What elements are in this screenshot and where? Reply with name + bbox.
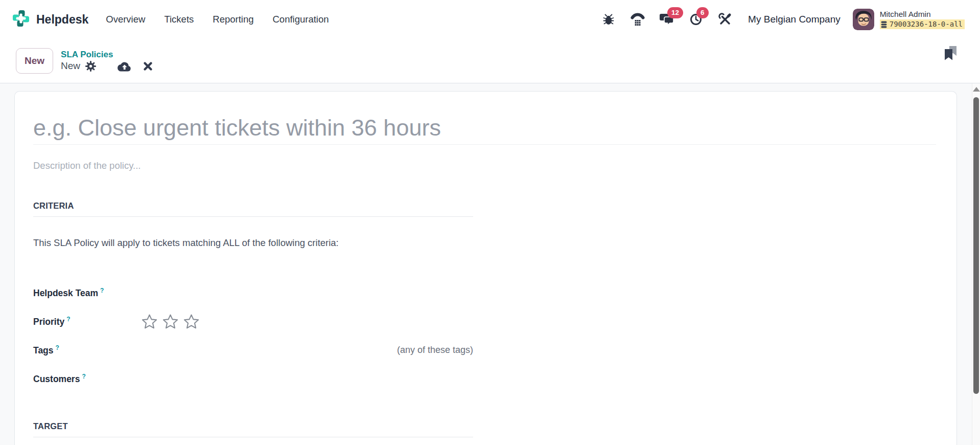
messages-icon[interactable]: 12 xyxy=(659,12,674,27)
criteria-divider xyxy=(33,216,473,217)
breadcrumb: SLA Policies New xyxy=(61,50,153,72)
bug-icon[interactable] xyxy=(601,12,616,27)
company-switcher[interactable]: My Belgian Company xyxy=(748,14,841,25)
database-icon xyxy=(881,21,887,28)
tags-note: (any of these tags) xyxy=(397,345,473,355)
breadcrumb-sla-policies-link[interactable]: SLA Policies xyxy=(61,50,153,60)
content-area: CRITERIA This SLA Policy will apply to t… xyxy=(0,83,980,445)
target-section: TARGET xyxy=(33,421,473,437)
app-header: Helpdesk Overview Tickets Reporting Conf… xyxy=(0,0,980,83)
helpdesk-team-input[interactable] xyxy=(141,282,473,303)
tags-input[interactable]: (any of these tags) xyxy=(141,340,473,360)
sla-policy-form-sheet: CRITERIA This SLA Policy will apply to t… xyxy=(14,91,957,445)
menu-configuration[interactable]: Configuration xyxy=(273,14,329,25)
criteria-section: CRITERIA This SLA Policy will apply to t… xyxy=(33,201,473,393)
debug-tools-icon[interactable] xyxy=(717,12,733,27)
priority-star-1-icon[interactable] xyxy=(141,313,158,330)
customers-input[interactable] xyxy=(141,368,473,389)
target-divider xyxy=(33,437,473,437)
bookmark-icon[interactable] xyxy=(944,46,958,64)
criteria-fields: Helpdesk Team? Priority? xyxy=(33,278,473,393)
field-row-helpdesk-team: Helpdesk Team? xyxy=(33,278,473,307)
policy-name-input[interactable] xyxy=(33,111,936,145)
tags-label: Tags? xyxy=(33,344,141,356)
field-row-tags: Tags? (any of these tags) xyxy=(33,336,473,364)
user-avatar xyxy=(853,9,874,30)
breadcrumb-current: New xyxy=(61,60,80,72)
help-icon[interactable]: ? xyxy=(66,316,70,323)
database-indicator: 79003236-18-0-all xyxy=(880,19,965,29)
criteria-intro-text: This SLA Policy will apply to tickets ma… xyxy=(33,237,473,250)
app-switcher[interactable]: Helpdesk xyxy=(12,10,88,29)
criteria-heading: CRITERIA xyxy=(33,201,473,212)
help-icon[interactable]: ? xyxy=(100,287,104,294)
priority-label: Priority? xyxy=(33,316,141,327)
new-record-button[interactable]: New xyxy=(16,48,53,74)
scrollbar-thumb[interactable] xyxy=(973,97,979,394)
top-navbar: Helpdesk Overview Tickets Reporting Conf… xyxy=(0,0,980,39)
activities-icon[interactable]: 6 xyxy=(688,12,704,27)
main-menu: Overview Tickets Reporting Configuration xyxy=(106,14,329,25)
messages-count-badge: 12 xyxy=(667,7,683,18)
vertical-scrollbar[interactable] xyxy=(972,83,980,445)
database-label: 79003236-18-0-all xyxy=(890,20,963,29)
helpdesk-team-label: Helpdesk Team? xyxy=(33,287,141,299)
priority-star-2-icon[interactable] xyxy=(162,313,179,330)
customers-label: Customers? xyxy=(33,373,141,385)
discard-icon[interactable] xyxy=(143,61,153,71)
menu-overview[interactable]: Overview xyxy=(106,14,145,25)
field-row-customers: Customers? xyxy=(33,364,473,393)
activities-count-badge: 6 xyxy=(696,7,709,18)
target-heading: TARGET xyxy=(33,421,473,433)
help-icon[interactable]: ? xyxy=(82,373,85,380)
user-meta: Mitchell Admin 79003236-18-0-all xyxy=(880,10,965,29)
policy-description-input[interactable] xyxy=(33,159,665,172)
cloud-upload-icon[interactable] xyxy=(117,61,132,72)
control-panel: New SLA Policies New xyxy=(0,39,980,83)
nav-left: Helpdesk Overview Tickets Reporting Conf… xyxy=(12,10,329,29)
priority-stars xyxy=(141,313,200,330)
scroll-up-arrow-icon[interactable] xyxy=(973,87,980,92)
systray: 12 6 My Belgian Company xyxy=(587,9,965,30)
user-name: Mitchell Admin xyxy=(880,10,965,18)
priority-star-3-icon[interactable] xyxy=(183,313,200,330)
user-menu[interactable]: Mitchell Admin 79003236-18-0-all xyxy=(853,9,965,30)
helpdesk-logo-icon xyxy=(12,10,30,29)
help-icon[interactable]: ? xyxy=(56,344,59,351)
priority-input xyxy=(141,311,473,331)
app-name: Helpdesk xyxy=(36,13,88,27)
voip-phone-icon[interactable] xyxy=(630,12,645,27)
menu-tickets[interactable]: Tickets xyxy=(164,14,194,25)
gear-icon[interactable] xyxy=(85,61,96,72)
menu-reporting[interactable]: Reporting xyxy=(213,14,253,25)
field-row-priority: Priority? xyxy=(33,307,473,336)
